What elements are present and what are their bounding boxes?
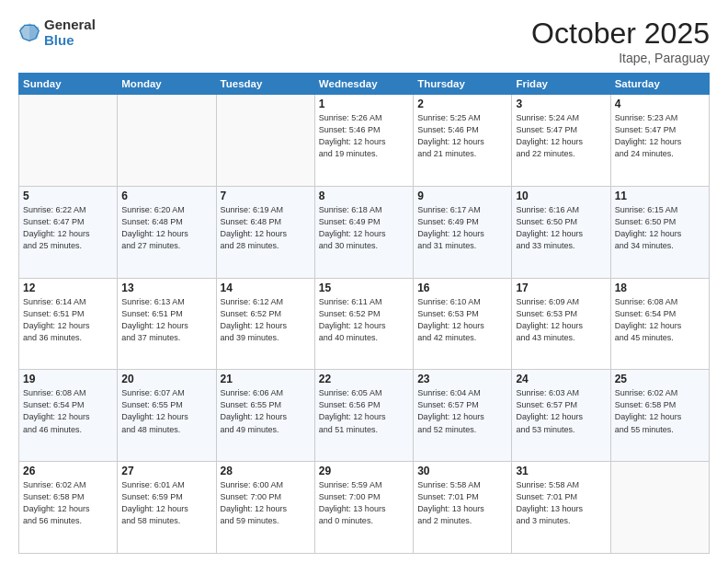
- day-number: 16: [417, 282, 507, 294]
- day-number: 22: [319, 373, 409, 385]
- day-number: 30: [417, 465, 507, 477]
- day-cell: 16Sunrise: 6:10 AM Sunset: 6:53 PM Dayli…: [414, 278, 512, 370]
- weekday-header-monday: Monday: [118, 74, 216, 95]
- day-cell: 3Sunrise: 5:24 AM Sunset: 5:47 PM Daylig…: [512, 95, 610, 187]
- day-cell: 6Sunrise: 6:20 AM Sunset: 6:48 PM Daylig…: [118, 186, 216, 278]
- day-number: 28: [221, 465, 311, 477]
- day-cell: 31Sunrise: 5:58 AM Sunset: 7:01 PM Dayli…: [512, 462, 610, 554]
- day-detail: Sunrise: 6:05 AM Sunset: 6:56 PM Dayligh…: [319, 387, 409, 435]
- day-number: 4: [615, 98, 705, 110]
- logo: General Blue: [18, 17, 96, 49]
- day-detail: Sunrise: 6:07 AM Sunset: 6:55 PM Dayligh…: [121, 387, 211, 435]
- day-number: 21: [221, 373, 311, 385]
- day-detail: Sunrise: 6:10 AM Sunset: 6:53 PM Dayligh…: [417, 296, 507, 344]
- day-cell: 21Sunrise: 6:06 AM Sunset: 6:55 PM Dayli…: [216, 370, 314, 462]
- day-detail: Sunrise: 5:58 AM Sunset: 7:01 PM Dayligh…: [417, 479, 507, 527]
- day-cell: 8Sunrise: 6:18 AM Sunset: 6:49 PM Daylig…: [314, 186, 413, 278]
- day-cell: 2Sunrise: 5:25 AM Sunset: 5:46 PM Daylig…: [414, 95, 512, 187]
- day-cell: [118, 95, 216, 187]
- week-row-4: 19Sunrise: 6:08 AM Sunset: 6:54 PM Dayli…: [19, 370, 710, 462]
- week-row-1: 1Sunrise: 5:26 AM Sunset: 5:46 PM Daylig…: [19, 95, 710, 187]
- day-detail: Sunrise: 6:12 AM Sunset: 6:52 PM Dayligh…: [221, 296, 311, 344]
- day-cell: 15Sunrise: 6:11 AM Sunset: 6:52 PM Dayli…: [314, 278, 413, 370]
- day-detail: Sunrise: 6:04 AM Sunset: 6:57 PM Dayligh…: [417, 387, 507, 435]
- weekday-header-friday: Friday: [512, 74, 610, 95]
- title-block: October 2025 Itape, Paraguay: [531, 17, 710, 65]
- day-cell: 30Sunrise: 5:58 AM Sunset: 7:01 PM Dayli…: [414, 462, 512, 554]
- day-number: 8: [319, 190, 409, 202]
- day-number: 3: [516, 98, 606, 110]
- day-cell: 13Sunrise: 6:13 AM Sunset: 6:51 PM Dayli…: [118, 278, 216, 370]
- day-detail: Sunrise: 6:03 AM Sunset: 6:57 PM Dayligh…: [516, 387, 606, 435]
- day-cell: 10Sunrise: 6:16 AM Sunset: 6:50 PM Dayli…: [512, 186, 610, 278]
- day-number: 20: [121, 373, 211, 385]
- day-number: 23: [417, 373, 507, 385]
- day-number: 2: [417, 98, 507, 110]
- day-detail: Sunrise: 6:08 AM Sunset: 6:54 PM Dayligh…: [615, 296, 705, 344]
- day-number: 6: [121, 190, 211, 202]
- logo-icon: [18, 21, 40, 43]
- logo-general: General: [44, 17, 96, 32]
- day-cell: [610, 462, 709, 554]
- day-detail: Sunrise: 5:58 AM Sunset: 7:01 PM Dayligh…: [516, 479, 606, 527]
- weekday-header-saturday: Saturday: [610, 74, 709, 95]
- day-detail: Sunrise: 6:20 AM Sunset: 6:48 PM Dayligh…: [121, 204, 211, 252]
- week-row-5: 26Sunrise: 6:02 AM Sunset: 6:58 PM Dayli…: [19, 462, 710, 554]
- day-number: 5: [23, 190, 113, 202]
- day-number: 10: [516, 190, 606, 202]
- day-detail: Sunrise: 6:00 AM Sunset: 7:00 PM Dayligh…: [221, 479, 311, 527]
- day-number: 1: [319, 98, 409, 110]
- day-number: 9: [417, 190, 507, 202]
- day-detail: Sunrise: 6:17 AM Sunset: 6:49 PM Dayligh…: [417, 204, 507, 252]
- logo-text-block: General Blue: [44, 17, 96, 49]
- day-cell: 5Sunrise: 6:22 AM Sunset: 6:47 PM Daylig…: [19, 186, 118, 278]
- day-number: 15: [319, 282, 409, 294]
- month-title: October 2025: [531, 17, 710, 51]
- calendar-table: SundayMondayTuesdayWednesdayThursdayFrid…: [18, 73, 710, 554]
- day-cell: 14Sunrise: 6:12 AM Sunset: 6:52 PM Dayli…: [216, 278, 314, 370]
- day-detail: Sunrise: 6:09 AM Sunset: 6:53 PM Dayligh…: [516, 296, 606, 344]
- day-cell: 20Sunrise: 6:07 AM Sunset: 6:55 PM Dayli…: [118, 370, 216, 462]
- weekday-header-tuesday: Tuesday: [216, 74, 314, 95]
- day-detail: Sunrise: 5:23 AM Sunset: 5:47 PM Dayligh…: [615, 112, 705, 160]
- day-cell: 26Sunrise: 6:02 AM Sunset: 6:58 PM Dayli…: [19, 462, 118, 554]
- day-detail: Sunrise: 6:11 AM Sunset: 6:52 PM Dayligh…: [319, 296, 409, 344]
- day-number: 25: [615, 373, 705, 385]
- day-cell: 23Sunrise: 6:04 AM Sunset: 6:57 PM Dayli…: [414, 370, 512, 462]
- day-detail: Sunrise: 6:02 AM Sunset: 6:58 PM Dayligh…: [615, 387, 705, 435]
- page: General Blue October 2025 Itape, Paragua…: [0, 0, 728, 563]
- day-cell: 25Sunrise: 6:02 AM Sunset: 6:58 PM Dayli…: [610, 370, 709, 462]
- day-detail: Sunrise: 6:06 AM Sunset: 6:55 PM Dayligh…: [221, 387, 311, 435]
- day-detail: Sunrise: 6:08 AM Sunset: 6:54 PM Dayligh…: [23, 387, 113, 435]
- day-number: 7: [221, 190, 311, 202]
- day-detail: Sunrise: 5:26 AM Sunset: 5:46 PM Dayligh…: [319, 112, 409, 160]
- day-cell: 19Sunrise: 6:08 AM Sunset: 6:54 PM Dayli…: [19, 370, 118, 462]
- week-row-3: 12Sunrise: 6:14 AM Sunset: 6:51 PM Dayli…: [19, 278, 710, 370]
- day-detail: Sunrise: 6:02 AM Sunset: 6:58 PM Dayligh…: [23, 479, 113, 527]
- weekday-header-thursday: Thursday: [414, 74, 512, 95]
- day-cell: 17Sunrise: 6:09 AM Sunset: 6:53 PM Dayli…: [512, 278, 610, 370]
- day-number: 18: [615, 282, 705, 294]
- day-cell: 1Sunrise: 5:26 AM Sunset: 5:46 PM Daylig…: [314, 95, 413, 187]
- day-number: 24: [516, 373, 606, 385]
- day-cell: 27Sunrise: 6:01 AM Sunset: 6:59 PM Dayli…: [118, 462, 216, 554]
- day-cell: 24Sunrise: 6:03 AM Sunset: 6:57 PM Dayli…: [512, 370, 610, 462]
- day-detail: Sunrise: 6:15 AM Sunset: 6:50 PM Dayligh…: [615, 204, 705, 252]
- week-row-2: 5Sunrise: 6:22 AM Sunset: 6:47 PM Daylig…: [19, 186, 710, 278]
- day-detail: Sunrise: 6:19 AM Sunset: 6:48 PM Dayligh…: [221, 204, 311, 252]
- day-number: 11: [615, 190, 705, 202]
- day-detail: Sunrise: 6:16 AM Sunset: 6:50 PM Dayligh…: [516, 204, 606, 252]
- header: General Blue October 2025 Itape, Paragua…: [18, 17, 710, 65]
- day-cell: [19, 95, 118, 187]
- location: Itape, Paraguay: [531, 51, 710, 65]
- day-cell: 11Sunrise: 6:15 AM Sunset: 6:50 PM Dayli…: [610, 186, 709, 278]
- logo-blue: Blue: [44, 32, 74, 48]
- weekday-header-sunday: Sunday: [19, 74, 118, 95]
- day-cell: [216, 95, 314, 187]
- day-detail: Sunrise: 6:01 AM Sunset: 6:59 PM Dayligh…: [121, 479, 211, 527]
- day-detail: Sunrise: 5:59 AM Sunset: 7:00 PM Dayligh…: [319, 479, 409, 527]
- day-detail: Sunrise: 5:25 AM Sunset: 5:46 PM Dayligh…: [417, 112, 507, 160]
- day-number: 17: [516, 282, 606, 294]
- day-detail: Sunrise: 6:22 AM Sunset: 6:47 PM Dayligh…: [23, 204, 113, 252]
- day-number: 31: [516, 465, 606, 477]
